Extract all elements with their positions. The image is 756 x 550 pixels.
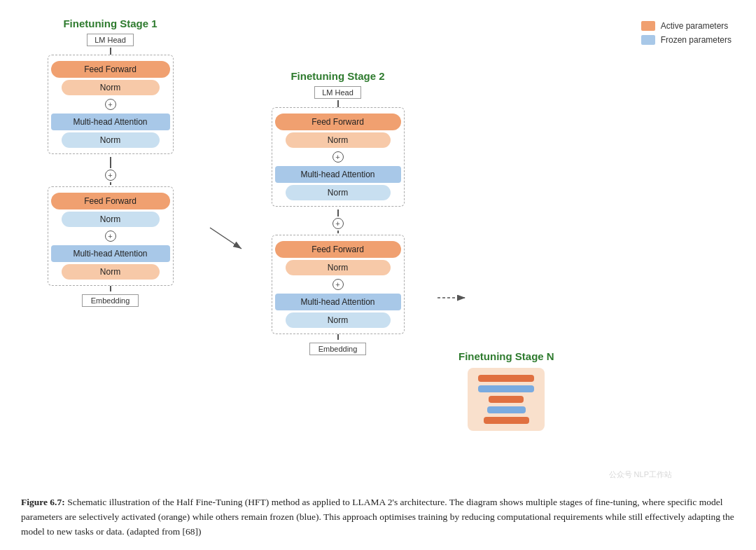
vert-line-1b — [110, 182, 111, 185]
caption-text: Schematic illustration of the Half Fine-… — [21, 497, 734, 537]
stage2-norm4: Norm — [286, 312, 391, 328]
diagonal-arrow-svg — [206, 224, 248, 252]
stage1-lm-head: LM Head — [87, 34, 134, 46]
legend-active: Active parameters — [641, 21, 732, 31]
stage1-embedding: Embedding — [82, 294, 139, 307]
stage-n-bar2 — [478, 385, 534, 392]
stage-n-title: Finetuning Stage N — [458, 350, 554, 362]
legend-active-label: Active parameters — [661, 21, 729, 31]
vert-line-2m — [337, 209, 339, 216]
arrow-wrapper — [206, 224, 248, 252]
svg-line-1 — [210, 228, 241, 249]
stage-n-box — [468, 368, 545, 431]
stage-n-bar4 — [487, 406, 526, 413]
stage2-bottom-box: Feed Forward Norm + Multi-head Attention… — [272, 235, 405, 334]
stage2-ff1: Feed Forward — [275, 114, 401, 130]
diagram-area: Finetuning Stage 1 LM Head Feed Forward … — [21, 14, 735, 427]
connector-v2 — [337, 100, 339, 107]
stage-n-bar1 — [478, 375, 534, 382]
main-container: Finetuning Stage 1 LM Head Feed Forward … — [0, 0, 756, 550]
stage2-title: Finetuning Stage 2 — [290, 70, 384, 82]
stage1-ff2: Feed Forward — [51, 193, 170, 209]
vert-line-2mb — [337, 231, 339, 233]
stage2-plus-mid: + — [332, 218, 344, 229]
stage1-norm4: Norm — [62, 264, 160, 280]
legend-frozen: Frozen parameters — [641, 35, 732, 45]
stage2-wrapper: Finetuning Stage 2 LM Head Feed Forward … — [248, 70, 427, 355]
stage2-plus2: + — [332, 279, 344, 290]
vert-line-emb1 — [110, 286, 111, 291]
stage2-ff2: Feed Forward — [275, 241, 401, 258]
dashed-arrow-svg — [434, 287, 472, 308]
stage1-ff1: Feed Forward — [51, 61, 170, 78]
figure-caption: Figure 6.7: Schematic illustration of th… — [21, 495, 735, 539]
stage1-wrapper: Finetuning Stage 1 LM Head Feed Forward … — [21, 18, 200, 307]
stage1-plus-mid: + — [105, 170, 116, 181]
stage1-attn2: Multi-head Attention — [51, 245, 170, 262]
watermark: 公众号 NLP工作站 — [609, 469, 672, 480]
stage2-attn1: Multi-head Attention — [275, 166, 401, 183]
stage1-norm3: Norm — [62, 212, 160, 227]
stage1-norm2: Norm — [62, 132, 160, 148]
stage1-norm1: Norm — [62, 80, 160, 95]
stage1-top-box: Feed Forward Norm + Multi-head Attention… — [48, 55, 174, 154]
stage2-norm2: Norm — [286, 185, 391, 200]
connector-between-boxes1 — [110, 157, 111, 168]
stage-n-wrapper: Finetuning Stage N — [458, 350, 554, 431]
stage2-plus1: + — [332, 151, 344, 163]
stage1-plus1: + — [105, 99, 116, 110]
stage1-title: Finetuning Stage 1 — [63, 18, 157, 29]
legend-frozen-color — [641, 35, 655, 45]
legend-active-color — [641, 21, 655, 31]
stage1-attn1: Multi-head Attention — [51, 114, 170, 130]
stage-n-bar5 — [484, 417, 529, 424]
vert-line-emb2 — [337, 334, 339, 340]
stage1-bottom-box: Feed Forward Norm + Multi-head Attention… — [48, 186, 174, 286]
stage2-lm-head: LM Head — [314, 86, 361, 99]
caption-label: Figure 6.7: — [21, 497, 65, 507]
legend-box: Active parameters Frozen parameters — [641, 21, 732, 45]
dashed-arrow-wrapper — [434, 287, 472, 308]
vert-line-1 — [110, 157, 111, 168]
stage1-plus2: + — [105, 231, 116, 242]
stage2-embedding: Embedding — [309, 343, 367, 355]
stage2-norm1: Norm — [286, 132, 391, 148]
stage-n-bar3 — [489, 396, 524, 403]
legend-frozen-label: Frozen parameters — [661, 35, 732, 45]
connector-v1 — [110, 48, 111, 55]
stage2-top-box: Feed Forward Norm + Multi-head Attention… — [272, 107, 405, 207]
stage2-attn2: Multi-head Attention — [275, 294, 401, 310]
stage2-norm3: Norm — [286, 260, 391, 275]
